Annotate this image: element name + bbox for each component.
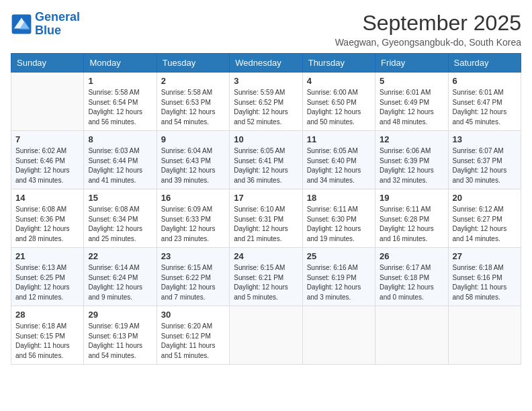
day-number: 10 [234,134,298,144]
day-number: 9 [161,134,225,144]
day-number: 8 [88,134,152,144]
day-number: 24 [234,251,298,261]
day-number: 12 [380,134,443,144]
day-number: 17 [234,193,298,203]
day-number: 15 [88,193,152,203]
day-info: Sunrise: 6:05 AMSunset: 6:41 PMDaylight:… [234,146,298,185]
day-number: 16 [161,193,225,203]
day-number: 27 [453,251,517,261]
day-number: 6 [453,76,517,86]
weekday-header-friday: Friday [375,54,448,73]
calendar-cell: 8Sunrise: 6:03 AMSunset: 6:44 PMDaylight… [84,131,157,189]
day-info: Sunrise: 6:08 AMSunset: 6:34 PMDaylight:… [88,205,152,244]
weekday-header-row: SundayMondayTuesdayWednesdayThursdayFrid… [11,54,521,73]
calendar-week-row: 21Sunrise: 6:13 AMSunset: 6:25 PMDayligh… [11,248,521,306]
day-info: Sunrise: 6:14 AMSunset: 6:24 PMDaylight:… [88,263,152,302]
weekday-header-saturday: Saturday [448,54,521,73]
day-info: Sunrise: 6:01 AMSunset: 6:47 PMDaylight:… [453,88,517,127]
day-number: 28 [15,310,79,320]
location-subtitle: Waegwan, Gyeongsangbuk-do, South Korea [335,37,521,48]
day-number: 25 [307,251,371,261]
calendar-cell: 22Sunrise: 6:14 AMSunset: 6:24 PMDayligh… [84,248,157,306]
calendar-cell: 12Sunrise: 6:06 AMSunset: 6:39 PMDayligh… [375,131,448,189]
day-info: Sunrise: 6:05 AMSunset: 6:40 PMDaylight:… [307,146,371,185]
day-number: 2 [161,76,225,86]
day-number: 3 [234,76,298,86]
calendar-cell: 18Sunrise: 6:11 AMSunset: 6:30 PMDayligh… [302,189,375,248]
weekday-header-sunday: Sunday [11,54,84,73]
calendar-cell: 2Sunrise: 5:58 AMSunset: 6:53 PMDaylight… [157,73,229,131]
day-number: 5 [380,76,443,86]
day-number: 22 [88,251,152,261]
day-info: Sunrise: 6:08 AMSunset: 6:36 PMDaylight:… [15,205,79,244]
day-info: Sunrise: 6:00 AMSunset: 6:50 PMDaylight:… [307,88,371,127]
page-header: GeneralBlue September 2025 Waegwan, Gyeo… [11,11,521,48]
calendar-cell: 5Sunrise: 6:01 AMSunset: 6:49 PMDaylight… [375,73,448,131]
day-number: 1 [88,76,152,86]
day-info: Sunrise: 6:17 AMSunset: 6:18 PMDaylight:… [380,263,443,302]
calendar-cell: 15Sunrise: 6:08 AMSunset: 6:34 PMDayligh… [84,189,157,248]
calendar-cell [302,306,375,365]
day-info: Sunrise: 5:59 AMSunset: 6:52 PMDaylight:… [234,88,298,127]
day-info: Sunrise: 6:02 AMSunset: 6:46 PMDaylight:… [15,146,79,185]
day-info: Sunrise: 6:03 AMSunset: 6:44 PMDaylight:… [88,146,152,185]
calendar-cell: 23Sunrise: 6:15 AMSunset: 6:22 PMDayligh… [157,248,229,306]
calendar-cell: 27Sunrise: 6:18 AMSunset: 6:16 PMDayligh… [448,248,521,306]
day-number: 20 [453,193,517,203]
day-number: 11 [307,134,371,144]
weekday-header-wednesday: Wednesday [230,54,302,73]
calendar-cell [230,306,302,365]
calendar-cell: 9Sunrise: 6:04 AMSunset: 6:43 PMDaylight… [157,131,229,189]
day-info: Sunrise: 6:01 AMSunset: 6:49 PMDaylight:… [380,88,443,127]
logo-icon [11,13,32,35]
calendar-week-row: 1Sunrise: 5:58 AMSunset: 6:54 PMDaylight… [11,73,521,131]
calendar-week-row: 28Sunrise: 6:18 AMSunset: 6:15 PMDayligh… [11,306,521,365]
day-number: 14 [15,193,79,203]
day-info: Sunrise: 6:18 AMSunset: 6:16 PMDaylight:… [453,263,517,302]
day-info: Sunrise: 6:10 AMSunset: 6:31 PMDaylight:… [234,205,298,244]
calendar-cell: 11Sunrise: 6:05 AMSunset: 6:40 PMDayligh… [302,131,375,189]
day-info: Sunrise: 6:06 AMSunset: 6:39 PMDaylight:… [380,146,443,185]
calendar-cell: 10Sunrise: 6:05 AMSunset: 6:41 PMDayligh… [230,131,302,189]
calendar-cell: 17Sunrise: 6:10 AMSunset: 6:31 PMDayligh… [230,189,302,248]
calendar-cell: 1Sunrise: 5:58 AMSunset: 6:54 PMDaylight… [84,73,157,131]
calendar-cell: 16Sunrise: 6:09 AMSunset: 6:33 PMDayligh… [157,189,229,248]
day-number: 18 [307,193,371,203]
calendar-cell: 24Sunrise: 6:15 AMSunset: 6:21 PMDayligh… [230,248,302,306]
calendar-cell [448,306,521,365]
title-block: September 2025 Waegwan, Gyeongsangbuk-do… [335,11,521,48]
day-info: Sunrise: 6:09 AMSunset: 6:33 PMDaylight:… [161,205,225,244]
day-number: 30 [161,310,225,320]
day-number: 23 [161,251,225,261]
day-info: Sunrise: 5:58 AMSunset: 6:53 PMDaylight:… [161,88,225,127]
calendar-cell: 19Sunrise: 6:11 AMSunset: 6:28 PMDayligh… [375,189,448,248]
calendar-cell: 21Sunrise: 6:13 AMSunset: 6:25 PMDayligh… [11,248,84,306]
calendar-cell: 7Sunrise: 6:02 AMSunset: 6:46 PMDaylight… [11,131,84,189]
weekday-header-thursday: Thursday [302,54,375,73]
day-number: 21 [15,251,79,261]
logo-text: GeneralBlue [35,11,80,38]
calendar-cell: 20Sunrise: 6:12 AMSunset: 6:27 PMDayligh… [448,189,521,248]
day-info: Sunrise: 6:18 AMSunset: 6:15 PMDaylight:… [15,322,79,361]
day-info: Sunrise: 6:12 AMSunset: 6:27 PMDaylight:… [453,205,517,244]
day-info: Sunrise: 6:13 AMSunset: 6:25 PMDaylight:… [15,263,79,302]
day-info: Sunrise: 6:04 AMSunset: 6:43 PMDaylight:… [161,146,225,185]
calendar-cell: 3Sunrise: 5:59 AMSunset: 6:52 PMDaylight… [230,73,302,131]
calendar-week-row: 14Sunrise: 6:08 AMSunset: 6:36 PMDayligh… [11,189,521,248]
calendar-cell: 6Sunrise: 6:01 AMSunset: 6:47 PMDaylight… [448,73,521,131]
calendar-cell [375,306,448,365]
day-info: Sunrise: 6:16 AMSunset: 6:19 PMDaylight:… [307,263,371,302]
calendar-cell: 29Sunrise: 6:19 AMSunset: 6:13 PMDayligh… [84,306,157,365]
calendar-cell [11,73,84,131]
day-info: Sunrise: 6:19 AMSunset: 6:13 PMDaylight:… [88,322,152,361]
day-number: 4 [307,76,371,86]
day-number: 13 [453,134,517,144]
calendar-cell: 4Sunrise: 6:00 AMSunset: 6:50 PMDaylight… [302,73,375,131]
day-info: Sunrise: 6:11 AMSunset: 6:28 PMDaylight:… [380,205,443,244]
calendar-cell: 28Sunrise: 6:18 AMSunset: 6:15 PMDayligh… [11,306,84,365]
day-number: 19 [380,193,443,203]
weekday-header-monday: Monday [84,54,157,73]
day-info: Sunrise: 6:11 AMSunset: 6:30 PMDaylight:… [307,205,371,244]
day-number: 7 [15,134,79,144]
month-title: September 2025 [335,11,521,36]
